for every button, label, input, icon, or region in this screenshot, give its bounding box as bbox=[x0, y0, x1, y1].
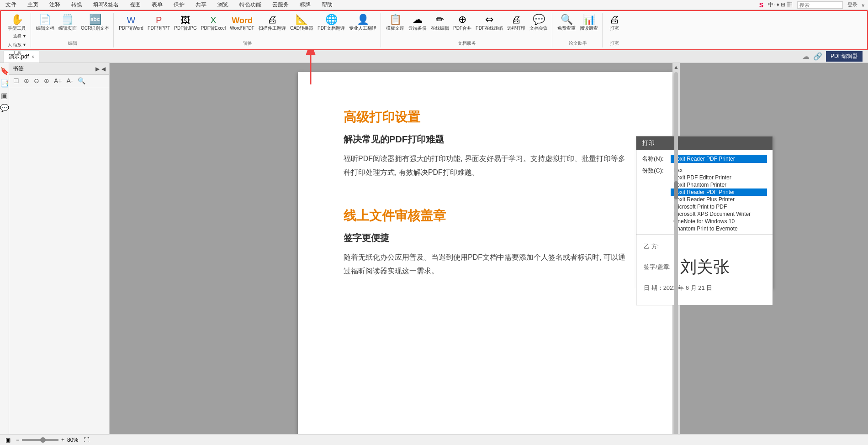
tab-bar: 演示.pdf × ☁ 🔗 PDF编辑器 bbox=[0, 50, 868, 63]
printer-onenote[interactable]: OneNote for Windows 10 bbox=[671, 218, 767, 225]
menu-view[interactable]: 视图 bbox=[128, 0, 143, 10]
menu-sign[interactable]: 填写&签名 bbox=[91, 0, 121, 10]
scan-icon: 🖨 bbox=[267, 15, 277, 25]
sidebar-add-child-btn[interactable]: ⊕ bbox=[42, 77, 51, 85]
pdf-translate-btn[interactable]: 🌐 PDF文档翻译 bbox=[316, 14, 346, 32]
menu-help[interactable]: 帮助 bbox=[320, 0, 334, 10]
select-btn[interactable]: 选择 ▼ bbox=[12, 32, 28, 40]
sidebar-page-icon[interactable]: 📑 bbox=[0, 79, 9, 88]
printer-foxit-editor[interactable]: Foxit PDF Editor Printer bbox=[671, 174, 767, 181]
menu-home[interactable]: 主页 bbox=[26, 0, 40, 10]
online-edit-btn[interactable]: ✏ 在线编辑 bbox=[429, 14, 450, 32]
sidebar-comment-icon[interactable]: 💬 bbox=[0, 104, 9, 112]
sidebar-expand-btn[interactable]: ▶ bbox=[95, 66, 100, 72]
cloud-backup-btn[interactable]: ☁ 云端备份 bbox=[407, 14, 428, 32]
menu-bar: 文件 主页 注释 转换 填写&签名 视图 表单 保护 共享 浏览 特色功能 云服… bbox=[0, 0, 868, 10]
cad-converter-btn[interactable]: 📐 CAD转换器 bbox=[289, 14, 315, 32]
menu-browse[interactable]: 浏览 bbox=[216, 0, 230, 10]
sidebar-bookmark-icon[interactable]: 🔖 bbox=[0, 67, 9, 75]
scroll-up-btn[interactable]: ▲ bbox=[673, 64, 679, 70]
section-print-body: 福昕PDF阅读器拥有强大的打印功能, 界面友好易于学习。支持虚拟打印、批量打印等… bbox=[344, 152, 627, 180]
template-btn[interactable]: 📋 模板文库 bbox=[385, 14, 406, 32]
ribbon-group-convert: W PDF转Word P PDF转PPT 🖼 PDF转JPG X PDF转Exc… bbox=[115, 13, 381, 47]
pdf-word-icon: W bbox=[127, 16, 136, 25]
zoom-out-btn[interactable]: − bbox=[16, 437, 19, 443]
merge-icon: ⊕ bbox=[458, 15, 466, 25]
ribbon-group-edit: 📄 编辑文档 🗒️ 编辑页面 🔤 OCR识别文本 编辑 bbox=[32, 13, 114, 47]
printer-evernote[interactable]: Phantom Print to Evernote bbox=[671, 225, 767, 232]
sidebar: 🔖 📑 ▣ 💬 书签 ▶ ◀ ☐ ⊕ ⊖ ⊕ A+ bbox=[0, 63, 110, 445]
pdf-to-excel-btn[interactable]: X PDF转Excel bbox=[200, 15, 227, 32]
status-bar: ▣ − + 80% ⛶ bbox=[0, 434, 868, 445]
hand-icon: ✋ bbox=[11, 15, 23, 25]
print-wide-icon: 🖨 bbox=[609, 15, 619, 25]
zoom-level: v bbox=[862, 2, 865, 8]
sidebar-collapse-btn[interactable]: ◀ bbox=[101, 66, 106, 72]
printer-foxit-plus[interactable]: Foxit Reader Plus Printer bbox=[671, 196, 767, 203]
sig-sign-row: 签字/盖章: 刘关张 bbox=[644, 256, 765, 278]
ribbon-toolbar: ✋ 手型工具 选择 ▼ 人 缩放 ▼ 工具 📄 编辑文档 🗒️ 编辑页面 bbox=[0, 10, 868, 50]
ocr-btn[interactable]: 🔤 OCR识别文本 bbox=[79, 14, 111, 32]
section-print: 高级打印设置 解决常见的PDF打印难题 福昕PDF阅读器拥有强大的打印功能, 界… bbox=[344, 109, 627, 180]
zoom-slider[interactable] bbox=[22, 439, 58, 441]
sidebar-zoom-in-btn[interactable]: ⊕ bbox=[22, 77, 31, 85]
doc-meeting-btn[interactable]: 💬 文档会议 bbox=[528, 14, 549, 32]
read-survey-btn[interactable]: 📊 阅读调查 bbox=[578, 14, 599, 32]
pdf-to-jpg-btn[interactable]: 🖼 PDF转JPG bbox=[173, 15, 198, 32]
menu-convert[interactable]: 转换 bbox=[69, 0, 84, 10]
login-button[interactable]: 登录 bbox=[847, 1, 857, 8]
sidebar-add-bookmark-btn[interactable]: ☐ bbox=[12, 77, 21, 85]
pdf-compress-btn[interactable]: ⇔ PDF在线压缩 bbox=[474, 14, 504, 32]
menu-special[interactable]: 特色功能 bbox=[238, 0, 263, 10]
printer-foxit-phantom[interactable]: Foxit Phantom Printer bbox=[671, 181, 767, 188]
pro-translate-icon: 👤 bbox=[357, 15, 369, 25]
sidebar-search-btn[interactable]: 🔍 bbox=[76, 77, 87, 85]
menu-share[interactable]: 共享 bbox=[194, 0, 208, 10]
print-name-label: 名称(N): bbox=[642, 155, 667, 163]
zoom-btn[interactable]: 人 缩放 ▼ bbox=[6, 41, 28, 49]
printer-ms-pdf[interactable]: Microsoft Print to PDF bbox=[671, 203, 767, 210]
printer-ms-xps[interactable]: Microsoft XPS Document Writer bbox=[671, 210, 767, 218]
sidebar-layer-icon[interactable]: ▣ bbox=[1, 91, 8, 100]
remote-print-btn[interactable]: 🖨 远程打印 bbox=[506, 14, 527, 32]
edit-doc-btn[interactable]: 📄 编辑文档 bbox=[35, 14, 56, 32]
sidebar-font-small-btn[interactable]: A- bbox=[65, 77, 74, 85]
menu-annotate[interactable]: 注释 bbox=[48, 0, 62, 10]
sidebar-toolbar: ☐ ⊕ ⊖ ⊕ A+ A- 🔍 bbox=[9, 75, 109, 87]
menu-protect[interactable]: 保护 bbox=[172, 0, 186, 10]
sidebar-font-large-btn[interactable]: A+ bbox=[53, 77, 64, 85]
pdf-merge-btn[interactable]: ⊕ PDF合并 bbox=[452, 14, 473, 32]
edit-page-btn[interactable]: 🗒️ 编辑页面 bbox=[57, 14, 78, 32]
zoom-in-btn[interactable]: + bbox=[61, 437, 64, 443]
ribbon-group-print: 🖨 打宽 打宽 bbox=[603, 13, 625, 47]
word-to-pdf-btn[interactable]: Word Word转PDF bbox=[228, 16, 256, 32]
menu-form[interactable]: 表单 bbox=[150, 0, 164, 10]
page-thumbnail-btn[interactable]: ▣ bbox=[5, 437, 11, 443]
section-sig-subtitle: 签字更便捷 bbox=[344, 232, 627, 244]
menu-file[interactable]: 文件 bbox=[4, 0, 18, 10]
printer-fax[interactable]: Fax bbox=[671, 167, 767, 174]
tab-close-btn[interactable]: × bbox=[32, 54, 34, 59]
pdf-jpg-icon: 🖼 bbox=[181, 16, 190, 25]
pdf-to-ppt-btn[interactable]: P PDF转PPT bbox=[146, 15, 171, 32]
hand-tool-btn[interactable]: ✋ 手型工具 bbox=[6, 14, 27, 32]
main-layout: 🔖 📑 ▣ 💬 书签 ▶ ◀ ☐ ⊕ ⊖ ⊕ A+ bbox=[0, 63, 868, 445]
pro-translate-btn[interactable]: 👤 专业人工翻译 bbox=[348, 14, 378, 32]
free-check-btn[interactable]: 🔍 免费查重 bbox=[556, 14, 577, 32]
print-wide-btn[interactable]: 🖨 打宽 bbox=[606, 14, 623, 32]
pdf-editor-label[interactable]: PDF编辑器 bbox=[826, 51, 863, 62]
menu-signage[interactable]: 标牌 bbox=[298, 0, 312, 10]
ribbon-group-docservice: 📋 模板文库 ☁ 云端备份 ✏ 在线编辑 ⊕ PDF合并 ⇔ PDF在线压缩 🖨 bbox=[382, 13, 552, 47]
section-sig-body: 随着无纸化办公应用普及。当遇到使用PDF文档中需要添加个人签名或者标识时, 可以… bbox=[344, 251, 627, 278]
logo-icons: 中· ♦ ⊞ ▦ bbox=[768, 1, 792, 9]
menu-cloud[interactable]: 云服务 bbox=[270, 0, 291, 10]
fullscreen-btn[interactable]: ⛶ bbox=[84, 437, 89, 443]
edit-page-icon: 🗒️ bbox=[61, 15, 74, 25]
printer-foxit-reader[interactable]: Foxit Reader PDF Printer bbox=[671, 188, 767, 196]
search-input[interactable] bbox=[797, 1, 843, 9]
print-dialog-title: 打印 bbox=[636, 136, 773, 150]
sidebar-zoom-out-btn[interactable]: ⊖ bbox=[32, 77, 41, 85]
scan-translate-btn[interactable]: 🖨 扫描件工翻译 bbox=[257, 14, 287, 32]
content-area[interactable]: 高级打印设置 解决常见的PDF打印难题 福昕PDF阅读器拥有强大的打印功能, 界… bbox=[110, 63, 868, 445]
pdf-to-word-btn[interactable]: W PDF转Word bbox=[117, 15, 145, 32]
